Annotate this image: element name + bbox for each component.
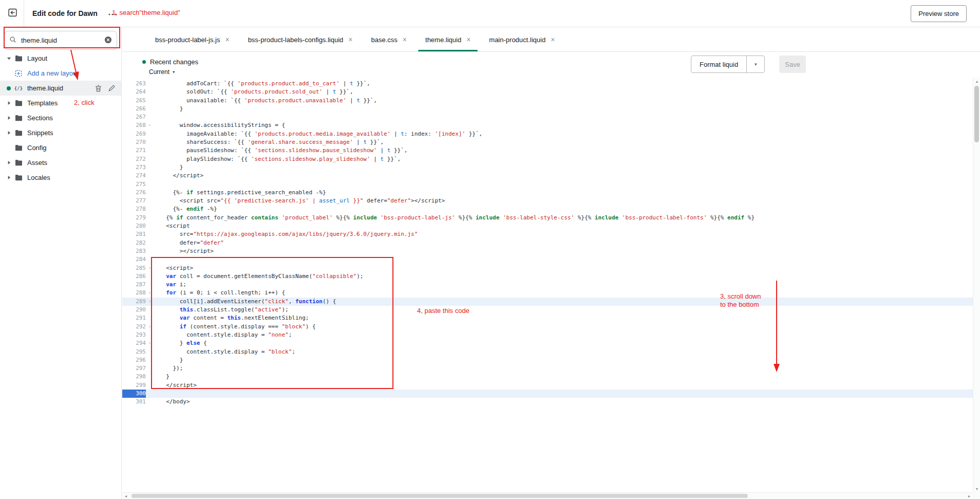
fold-spacer [146,348,154,356]
code-line-267[interactable]: 267 [122,113,973,121]
fold-icon[interactable]: ▿ [146,339,154,347]
close-tab-icon[interactable]: × [403,36,407,43]
code-line-297[interactable]: 297 }); [122,364,973,373]
code-line-296[interactable]: 296 } [122,356,973,364]
tab-theme-liquid[interactable]: theme.liquid× [416,28,480,51]
format-liquid-button[interactable]: Format liquid [691,56,747,72]
code-line-273[interactable]: 273 } [122,163,973,172]
fold-icon[interactable]: ▿ [146,264,154,272]
version-dropdown[interactable]: Current ▾ [149,68,175,76]
code-line-275[interactable]: 275 [122,180,973,189]
more-actions-button[interactable] [105,9,120,18]
clear-search-button[interactable] [104,36,112,45]
close-tab-icon[interactable]: × [225,36,229,43]
code-line-289[interactable]: 289▿ coll[i].addEventListener("click", f… [122,298,973,306]
code-line-292[interactable]: 292▿ if (content.style.display === "bloc… [122,323,973,331]
code-line-288[interactable]: 288▿ for (i = 0; i < coll.length; i++) { [122,289,973,297]
code-line-285[interactable]: 285▿ <script> [122,264,973,272]
tab-bss-product-labels-configs-liquid[interactable]: bss-product-labels-configs.liquid× [239,28,362,51]
sidebar-item-snippets[interactable]: Snippets [0,125,121,140]
delete-file-icon[interactable] [95,85,102,92]
code-line-279[interactable]: 279 {% if content_for_header contains 'p… [122,214,973,222]
code-line-301[interactable]: 301 </body> [122,398,973,406]
horizontal-scrollbar-thumb[interactable] [131,494,748,498]
fold-spacer [146,230,154,238]
close-tab-icon[interactable]: × [466,36,470,43]
fold-spacer [146,130,154,138]
code-line-263[interactable]: 263 addToCart: `{{ 'products.product.add… [122,80,973,88]
preview-store-button[interactable]: Preview store [911,5,967,22]
caret-right-icon[interactable] [4,101,13,105]
tab-main-product-liquid[interactable]: main-product.liquid× [480,28,564,51]
sidebar-item-locales[interactable]: Locales [0,170,121,185]
code-line-278[interactable]: 278 {%- endif -%} [122,205,973,213]
code-line-277[interactable]: 277 <script src="{{ 'predictive-search.j… [122,197,973,205]
code-line-300[interactable]: 300 [122,390,973,398]
fold-icon[interactable]: ▿ [146,121,154,130]
code-line-280[interactable]: 280 <script [122,222,973,230]
vertical-scrollbar[interactable]: ▲ ▼ [973,78,980,492]
code-line-290[interactable]: 290 this.classList.toggle("active"); [122,306,973,314]
sidebar-item-add-a-new-layout[interactable]: Add a new layout [0,66,121,81]
code-line-271[interactable]: 271 pauseSlideshow: `{{ 'sections.slides… [122,146,973,155]
scroll-down-icon[interactable]: ▼ [973,485,980,492]
code-line-270[interactable]: 270 shareSuccess: `{{ 'general.share.suc… [122,138,973,146]
code-line-294[interactable]: 294▿ } else { [122,339,973,347]
tab-bar: bss-product-label-js.js×bss-product-labe… [122,28,980,52]
sidebar-item-sections[interactable]: Sections [0,110,121,125]
horizontal-scrollbar[interactable]: ◄ ► [122,492,973,499]
vertical-scrollbar-thumb[interactable] [974,86,979,142]
sidebar-item-theme-liquid[interactable]: {/}theme.liquid [0,81,121,96]
scroll-right-icon[interactable]: ► [966,493,973,499]
fold-spacer [146,390,154,398]
search-input[interactable] [20,36,104,45]
code-line-282[interactable]: 282 defer="defer" [122,239,973,247]
caret-right-icon[interactable] [4,160,13,165]
caret-right-icon[interactable] [4,131,13,135]
scroll-left-icon[interactable]: ◄ [122,493,129,499]
code-line-264[interactable]: 264 soldOut: `{{ 'products.product.sold_… [122,88,973,96]
code-line-286[interactable]: 286 var coll = document.getElementsByCla… [122,272,973,281]
sidebar-item-assets[interactable]: Assets [0,155,121,170]
tab-bss-product-label-js-js[interactable]: bss-product-label-js.js× [146,28,239,51]
code-line-272[interactable]: 272 playSlideshow: `{{ 'sections.slidesh… [122,155,973,163]
main-panel: bss-product-label-js.js×bss-product-labe… [122,28,980,499]
format-liquid-dropdown-button[interactable]: ▾ [747,56,764,72]
code-line-283[interactable]: 283 ></script> [122,247,973,255]
fold-icon[interactable]: ▿ [146,289,154,297]
scroll-up-icon[interactable]: ▲ [973,78,980,85]
code-line-284[interactable]: 284 [122,255,973,264]
fold-spacer [146,381,154,390]
sidebar-item-config[interactable]: Config [0,140,121,155]
tab-base-css[interactable]: base.css× [362,28,417,51]
sidebar-item-templates[interactable]: Templates [0,96,121,110]
code-line-295[interactable]: 295 content.style.display = "block"; [122,348,973,356]
code-line-265[interactable]: 265 unavailable: `{{ 'products.product.u… [122,97,973,105]
fold-spacer [146,80,154,88]
collapse-sidebar-button[interactable] [3,4,22,23]
close-tab-icon[interactable]: × [551,36,555,43]
code-line-299[interactable]: 299 </script> [122,381,973,390]
caret-right-icon[interactable] [4,116,13,120]
code-line-266[interactable]: 266 } [122,105,973,113]
code-line-269[interactable]: 269 imageAvailable: `{{ 'products.produc… [122,130,973,138]
code-line-281[interactable]: 281 src="https://ajax.googleapis.com/aja… [122,230,973,238]
save-button[interactable]: Save [779,56,806,73]
fold-icon[interactable]: ▿ [146,323,154,331]
code-line-276[interactable]: 276 {%- if settings.predictive_search_en… [122,189,973,197]
fold-icon[interactable]: ▿ [146,298,154,306]
code-line-298[interactable]: 298 } [122,373,973,381]
caret-down-icon[interactable] [4,56,13,61]
code-text: this.classList.toggle("active"); [159,306,289,314]
code-line-268[interactable]: 268▿ window.accessibilityStrings = { [122,121,973,130]
file-search-box[interactable] [4,31,117,50]
code-line-287[interactable]: 287 var i; [122,281,973,289]
close-tab-icon[interactable]: × [348,36,352,43]
code-line-291[interactable]: 291 var content = this.nextElementSiblin… [122,314,973,322]
code-line-293[interactable]: 293 content.style.display = "none"; [122,331,973,339]
code-editor[interactable]: 263 addToCart: `{{ 'products.product.add… [122,78,973,492]
code-line-274[interactable]: 274 </script> [122,172,973,180]
sidebar-item-layout[interactable]: Layout [0,51,121,66]
caret-right-icon[interactable] [4,175,13,180]
rename-file-icon[interactable] [108,85,115,91]
